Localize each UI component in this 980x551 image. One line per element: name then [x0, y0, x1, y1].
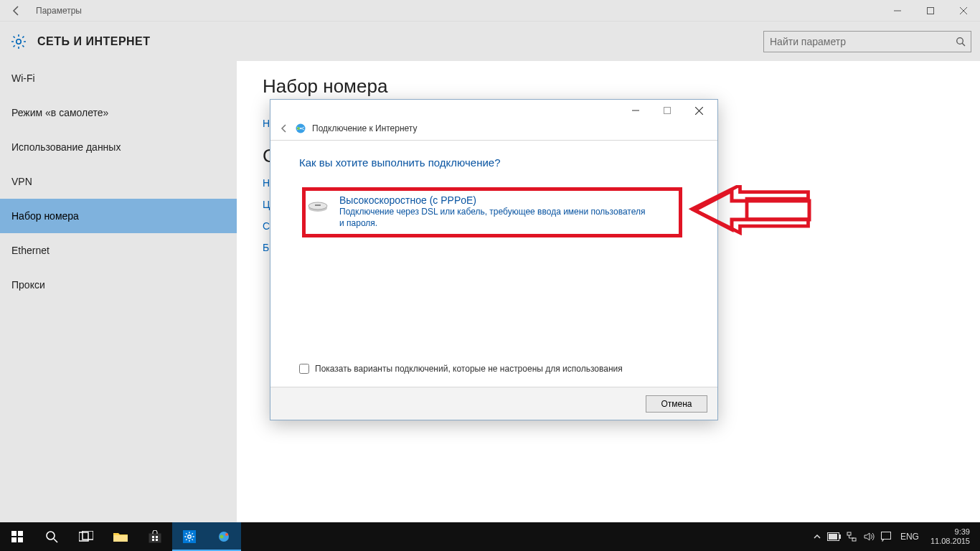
wizard-footer: Отмена — [270, 387, 717, 420]
svg-rect-10 — [11, 531, 17, 536]
maximize-icon — [927, 7, 934, 14]
svg-rect-22 — [156, 539, 158, 541]
taskbar-app-explorer[interactable] — [103, 522, 138, 551]
search-icon — [45, 530, 58, 543]
maximize-button[interactable] — [914, 0, 947, 22]
tray-battery-icon[interactable] — [826, 522, 843, 551]
svg-rect-30 — [829, 534, 837, 540]
folder-icon — [113, 531, 128, 542]
start-button[interactable] — [0, 522, 34, 551]
svg-rect-12 — [11, 537, 17, 542]
page-title: Набор номера — [263, 75, 954, 98]
gear-icon — [9, 32, 29, 52]
option-broadband-pppoe[interactable]: Высокоскоростное (с PPPoE) Подключение ч… — [299, 187, 689, 237]
wizard-titlebar — [270, 100, 717, 121]
minimize-icon — [632, 107, 639, 114]
modem-icon — [306, 196, 329, 213]
taskbar-app-store[interactable] — [138, 522, 172, 551]
gear-icon — [183, 530, 196, 543]
sidebar-item-data-usage[interactable]: Использование данных — [0, 130, 237, 164]
sidebar-item-label: Режим «в самолете» — [11, 107, 108, 118]
svg-rect-0 — [928, 7, 934, 14]
cancel-button[interactable]: Отмена — [646, 395, 707, 413]
svg-rect-3 — [664, 108, 671, 114]
network-icon — [846, 531, 857, 542]
taskbar-search-button[interactable] — [34, 522, 69, 551]
globe-icon — [217, 530, 230, 543]
svg-rect-8 — [315, 204, 321, 206]
wizard-header: Подключение к Интернету — [270, 121, 717, 140]
search-input[interactable] — [763, 31, 971, 52]
svg-rect-33 — [881, 532, 890, 540]
taskbar: ENG 9:39 11.08.2015 — [0, 522, 980, 551]
option-text: Высокоскоростное (с PPPoE) Подключение ч… — [339, 194, 648, 229]
sidebar-item-wifi[interactable]: Wi-Fi — [0, 61, 237, 95]
wizard-title: Подключение к Интернету — [312, 123, 418, 133]
svg-point-14 — [47, 532, 55, 540]
window-controls — [881, 0, 980, 22]
volume-icon — [863, 531, 875, 542]
sidebar-item-label: Wi-Fi — [11, 72, 35, 84]
svg-rect-13 — [18, 537, 23, 542]
wizard-close-button[interactable] — [683, 100, 715, 121]
svg-point-27 — [225, 533, 228, 536]
close-icon — [960, 7, 967, 14]
tray-action-center-icon[interactable] — [877, 522, 895, 551]
maximize-icon — [664, 107, 671, 114]
sidebar-item-label: VPN — [11, 176, 32, 187]
window-title: Параметры — [36, 6, 82, 16]
sidebar-item-vpn[interactable]: VPN — [0, 164, 237, 199]
show-unconfigured-row: Показать варианты подключений, которые н… — [270, 364, 717, 387]
minimize-icon — [894, 7, 901, 14]
tray-language[interactable]: ENG — [895, 532, 925, 542]
battery-icon — [827, 532, 842, 541]
tray-date: 11.08.2015 — [930, 537, 970, 546]
minimize-button[interactable] — [881, 0, 914, 22]
back-button[interactable] — [0, 0, 33, 22]
taskbar-app-connect-wizard[interactable] — [207, 522, 241, 551]
svg-rect-21 — [152, 539, 154, 541]
wizard-back-button[interactable] — [279, 123, 289, 133]
svg-point-26 — [220, 535, 224, 539]
option-title: Высокоскоростное (с PPPoE) — [339, 194, 648, 206]
close-icon — [695, 107, 703, 115]
action-center-icon — [880, 531, 892, 542]
show-unconfigured-label: Показать варианты подключений, которые н… — [315, 364, 623, 374]
sidebar: Wi-Fi Режим «в самолете» Использование д… — [0, 61, 237, 522]
connect-internet-wizard: Подключение к Интернету Как вы хотите вы… — [270, 99, 718, 420]
tray-overflow-button[interactable] — [809, 522, 826, 551]
svg-rect-11 — [18, 531, 23, 536]
close-button[interactable] — [947, 0, 980, 22]
wizard-body: Как вы хотите выполнить подключение? Выс… — [270, 141, 717, 364]
sidebar-item-ethernet[interactable]: Ethernet — [0, 233, 237, 268]
taskbar-app-settings[interactable] — [172, 522, 207, 551]
tray-volume-icon[interactable] — [860, 522, 877, 551]
svg-rect-19 — [152, 536, 154, 538]
settings-titlebar: Параметры — [0, 0, 980, 22]
wizard-maximize-button[interactable] — [651, 100, 683, 121]
tray-time: 9:39 — [930, 527, 970, 537]
category-title: СЕТЬ И ИНТЕРНЕТ — [37, 35, 151, 48]
svg-rect-17 — [113, 535, 128, 542]
task-view-button[interactable] — [69, 522, 103, 551]
wizard-minimize-button[interactable] — [620, 100, 651, 121]
chevron-up-icon — [814, 533, 821, 540]
taskbar-left — [0, 522, 241, 551]
option-description: Подключение через DSL или кабель, требую… — [339, 206, 648, 229]
tray-clock[interactable]: 9:39 11.08.2015 — [925, 527, 976, 546]
search-wrap — [763, 31, 971, 52]
show-unconfigured-checkbox[interactable] — [299, 364, 309, 374]
windows-logo-icon — [11, 531, 23, 542]
tray-network-icon[interactable] — [843, 522, 860, 551]
sidebar-item-label: Ethernet — [11, 245, 50, 256]
sidebar-item-dialup[interactable]: Набор номера — [0, 199, 237, 233]
wizard-question: Как вы хотите выполнить подключение? — [299, 156, 689, 169]
task-view-icon — [79, 531, 93, 542]
taskbar-right: ENG 9:39 11.08.2015 — [809, 522, 980, 551]
sidebar-item-label: Использование данных — [11, 141, 121, 153]
sidebar-item-proxy[interactable]: Прокси — [0, 268, 237, 302]
svg-rect-18 — [149, 534, 161, 542]
sidebar-item-airplane[interactable]: Режим «в самолете» — [0, 95, 237, 130]
search-icon — [956, 37, 966, 47]
svg-point-5 — [297, 127, 300, 130]
